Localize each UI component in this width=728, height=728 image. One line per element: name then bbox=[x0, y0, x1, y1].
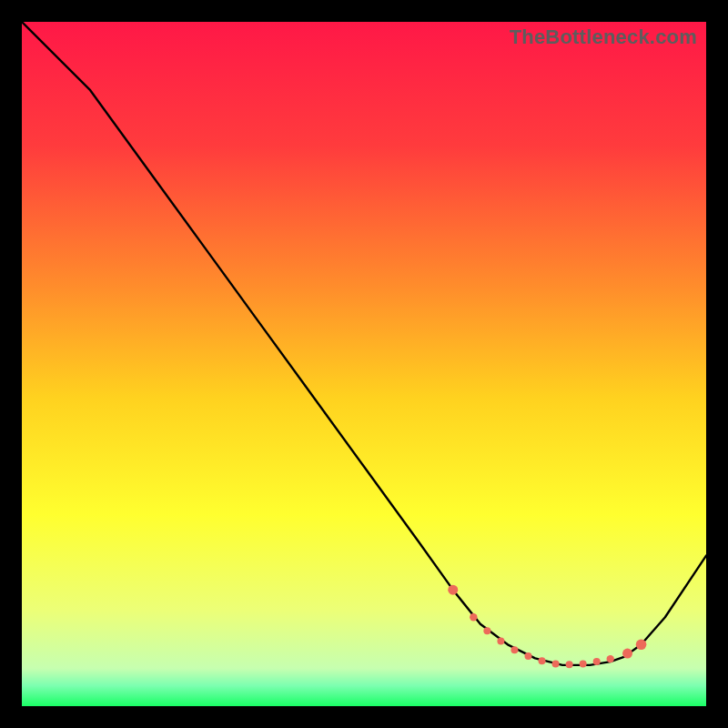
bottleneck-chart bbox=[22, 22, 706, 706]
data-marker bbox=[636, 640, 647, 651]
data-marker bbox=[448, 585, 458, 595]
data-marker bbox=[580, 660, 587, 667]
data-marker bbox=[566, 661, 573, 668]
data-marker bbox=[483, 627, 490, 634]
data-marker bbox=[497, 638, 504, 645]
watermark-label: TheBottleneck.com bbox=[510, 25, 697, 49]
chart-frame: TheBottleneck.com bbox=[22, 22, 706, 706]
data-marker bbox=[470, 613, 477, 621]
data-marker bbox=[524, 652, 531, 660]
data-marker bbox=[511, 646, 518, 653]
data-marker bbox=[593, 658, 601, 665]
data-marker bbox=[552, 660, 560, 667]
data-marker bbox=[539, 657, 546, 664]
data-marker bbox=[622, 649, 632, 659]
gradient-background bbox=[22, 22, 706, 706]
data-marker bbox=[607, 655, 614, 662]
